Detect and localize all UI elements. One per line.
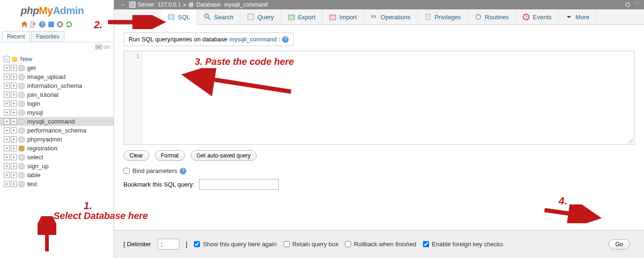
fk-label: Enable foreign key checks [432,241,503,248]
resize-handle-icon[interactable] [628,138,633,143]
tab-label: More [575,14,590,21]
expand-icon[interactable]: + [4,145,10,151]
tree-item-performance_schema[interactable]: ++performance_schema [4,126,110,135]
expand-icon[interactable]: + [11,65,17,71]
autosaved-button[interactable]: Get auto-saved query [191,150,257,161]
collapse-controls[interactable] [0,42,114,53]
tree-item-get[interactable]: ++get [4,63,110,72]
back-arrow-icon[interactable]: ← [118,1,129,8]
bookmark-input[interactable] [199,179,279,190]
tree-item-mysqli_command[interactable]: ++mysqli_command [0,117,114,126]
show-again-checkbox[interactable] [194,241,200,247]
tab-search[interactable]: Search [197,9,240,24]
tree-item-select[interactable]: ++select [4,153,110,162]
expand-icon[interactable]: + [11,127,17,133]
help-icon[interactable]: ? [282,36,289,43]
fk-row[interactable]: Enable foreign key checks [423,240,503,249]
expand-icon[interactable]: + [4,163,10,169]
clear-button[interactable]: Clear [123,150,149,161]
tree-item-table[interactable]: ++table [4,171,110,180]
expand-icon[interactable]: + [11,101,17,107]
tab-sql[interactable]: SQL [161,9,197,25]
fk-checkbox[interactable] [423,241,429,247]
retain-row[interactable]: Retain query box [284,240,338,249]
tree-item-test[interactable]: ++test [4,180,110,188]
tree-item-join_tutorial[interactable]: ++join_tutorial [4,90,110,99]
expand-icon[interactable]: + [11,74,17,80]
sql-editor[interactable]: 1 [123,51,635,145]
expand-icon[interactable]: + [11,83,17,89]
expand-icon[interactable]: + [11,92,17,98]
expand-icon[interactable]: + [11,163,17,169]
tab-events[interactable]: Events [516,9,559,24]
format-button[interactable]: Format [155,150,185,161]
expand-icon[interactable]: + [4,154,10,160]
tab-label: Privileges [435,14,461,21]
tree-item-login[interactable]: ++login [4,99,110,108]
expand-icon[interactable] [634,1,640,8]
show-again-row[interactable]: Show this query here again [194,240,277,249]
tree-item-sign_up[interactable]: ++sign_up [4,162,110,171]
tree-item-phpmyadmin[interactable]: ++phpmyadmin [4,135,110,144]
rollback-row[interactable]: Rollback when finished [345,240,416,249]
footer-bar: [ Delimiter ] Show this query here again… [114,230,644,258]
expand-icon[interactable]: + [11,109,17,116]
tab-query[interactable]: Query [240,9,281,24]
tree-new[interactable]: – New [4,55,110,63]
breadcrumb-server[interactable]: Server: 127.0.0.1 [129,1,181,8]
link-icon[interactable] [103,45,110,49]
docs-icon[interactable]: ? [38,21,46,28]
new-db-icon [11,56,18,63]
expand-icon[interactable]: + [4,92,10,98]
retain-checkbox[interactable] [284,241,290,247]
expand-icon[interactable]: + [4,109,10,116]
bind-params-checkbox[interactable] [123,168,130,174]
expand-icon[interactable]: + [4,74,10,80]
tree-label: join_tutorial [27,91,59,98]
expand-icon[interactable]: + [4,127,10,133]
go-button[interactable]: Go [608,239,630,250]
delimiter-input[interactable] [158,239,179,250]
bc-server-label: Server: [138,1,156,8]
tab-privileges[interactable]: Privileges [418,9,468,24]
tab-import[interactable]: Import [322,9,364,24]
expand-icon[interactable]: + [11,154,17,160]
tree-item-registration[interactable]: ++registration [4,144,110,153]
expand-icon[interactable]: + [11,181,17,187]
editor-textarea[interactable] [143,51,634,144]
database-icon [18,127,25,134]
expand-icon[interactable]: + [4,136,10,142]
reload-icon[interactable] [65,21,73,28]
expand-icon[interactable]: + [11,172,17,178]
collapse-icon[interactable] [95,45,102,49]
rollback-checkbox[interactable] [345,241,351,247]
sql-help-icon[interactable] [47,21,55,28]
tree-item-image_upload[interactable]: ++image_upload [4,72,110,81]
tab-recent[interactable]: Recent [2,31,30,42]
help-icon[interactable]: ? [180,168,186,174]
breadcrumb-db[interactable]: Database: mysqli_command [188,1,268,8]
tab-more[interactable]: More [559,9,597,24]
tree-item-information_schema[interactable]: ++information_schema [4,81,110,90]
tab-routines[interactable]: Routines [468,9,516,24]
expand-icon[interactable]: + [4,101,10,107]
logout-icon[interactable] [30,21,37,28]
tab-favorites[interactable]: Favorites [31,31,64,42]
expand-icon[interactable]: + [4,172,10,178]
expand-icon[interactable]: + [4,65,10,71]
server-icon [129,1,136,8]
expand-icon[interactable]: + [4,83,10,89]
expand-icon[interactable]: + [4,118,10,125]
tab-export[interactable]: Export [281,9,323,24]
expand-icon[interactable]: + [11,136,17,142]
main: ← Server: 127.0.0.1 » Database: mysqli_c… [114,0,644,258]
tab-operations[interactable]: Operations [364,9,418,24]
settings-icon[interactable] [56,21,64,28]
logo-admin: Admin [53,5,84,16]
tree-item-mysql[interactable]: ++mysql [4,108,110,117]
gear-icon[interactable] [624,1,631,8]
expand-icon[interactable]: + [11,145,17,151]
home-icon[interactable] [21,21,28,28]
expand-icon[interactable]: + [4,181,10,187]
expand-icon[interactable]: + [11,118,17,125]
